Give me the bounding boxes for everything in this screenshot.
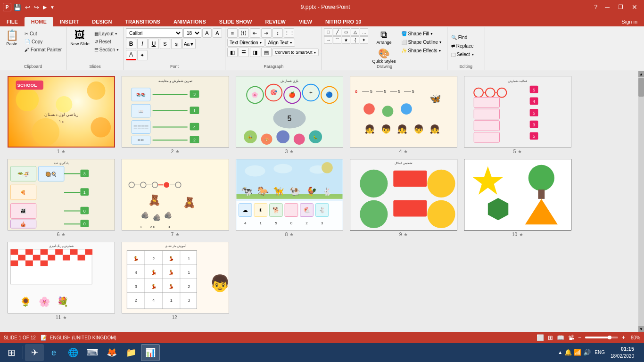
section-button[interactable]: ☰ Section ▼ [93,46,121,53]
decrease-indent-btn[interactable]: ⇤ [250,28,260,38]
increase-font-btn[interactable]: A [202,28,212,38]
decrease-font-btn[interactable]: A [213,28,222,38]
slide-thumb-5[interactable]: فعاليت شمارش 5 4 5 [464,76,571,148]
tab-nitro[interactable]: NITRO PRO 10 [319,17,368,26]
layout-button[interactable]: ▦ Layout ▼ [93,30,121,37]
vertical-scrollbar[interactable]: ▲ ▼ [638,71,644,332]
zoom-slider[interactable] [585,337,618,338]
show-hidden-icons-btn[interactable]: ▲ [558,350,562,355]
redo-btn[interactable]: ↪ [33,3,41,12]
slide-thumb-3[interactable]: بازي شمارش 🌸 🎯 🍎 + 🔵 [236,76,343,148]
taskbar-powerpoint-btn[interactable]: 📊 [141,344,160,361]
tab-transitions[interactable]: TRANSITIONS [118,17,167,26]
view-grid-btn[interactable]: ⊞ [546,333,555,342]
underline-btn[interactable]: U [149,39,159,49]
taskbar-firefox-btn[interactable]: 🦊 [102,344,121,361]
slide-thumb-2[interactable]: تمرين شمارش و مقايسه 📚📚 3 📖 1 [122,76,229,148]
new-slide-button[interactable]: 🖼 New Slide [68,28,91,47]
tab-animations[interactable]: ANIMATIONS [167,17,213,26]
strikethrough-btn[interactable]: S [160,39,170,49]
view-reading-btn[interactable]: 📖 [555,333,566,342]
line-spacing-btn[interactable]: ↕ [272,28,283,38]
shape-effects-button[interactable]: ✨ Shape Effects ▼ [399,47,444,54]
notes-btn[interactable]: 📝 [41,335,47,341]
tab-slideshow[interactable]: SLIDE SHOW [213,17,259,26]
increase-indent-btn[interactable]: ⇥ [261,28,272,38]
shape-arrow-btn[interactable]: → [324,36,332,44]
change-case-btn[interactable]: Aa▼ [182,39,196,49]
shape-curve-btn[interactable]: ⌒ [333,36,341,44]
numbering-btn[interactable]: ⑴ [239,28,249,38]
shape-star-btn[interactable]: ★ [342,36,350,44]
copy-button[interactable]: 📄 Copy [23,38,63,45]
zoom-out-btn[interactable]: − [576,333,583,342]
slide-thumb-4[interactable]: ۵ 5 5 5 5 👧 [350,76,457,148]
slide-thumb-12[interactable]: آموزش ماز عددي 💃 2 💃 [122,242,229,313]
close-btn[interactable]: ✕ [628,2,641,12]
shadow-btn[interactable]: s [171,39,182,49]
bold-btn[interactable]: B [126,39,136,49]
tray-language[interactable]: ENG [593,349,607,356]
smartart-btn[interactable]: Convert to SmartArt▼ [272,49,319,56]
view-presenter-btn[interactable]: 📽 [566,333,576,342]
bullets-btn[interactable]: ≡ [227,28,238,38]
qat-customize-btn[interactable]: ▼ [49,4,56,11]
slide-thumb-8[interactable]: 🐄 🐎 🦮 🐏 🐓 🐇 ☁ ☀ 🐕 [236,159,343,230]
align-left-btn[interactable]: ◧ [227,48,238,57]
slide-thumb-6[interactable]: يادگيري عدد 🥗🍜 🥘🍳 3 🍕 [8,159,115,230]
taskbar-browser2-btn[interactable]: 🌐 [64,344,83,361]
sign-in-link[interactable]: Sign in [615,17,644,26]
slide-thumb-10[interactable] [464,159,571,230]
tab-design[interactable]: DESIGN [85,17,118,26]
view-normal-btn[interactable]: ⬜ [535,333,546,342]
shape-curly-btn[interactable]: { [351,36,359,44]
save-btn[interactable]: 💾 [12,3,23,12]
shape-tri-btn[interactable]: △ [351,28,359,36]
italic-btn[interactable]: I [137,39,148,49]
taskbar-telegram-btn[interactable]: ✈ [25,344,44,361]
find-button[interactable]: 🔍 Find [449,34,482,41]
font-name-dropdown[interactable]: Calibri [126,28,182,38]
cut-button[interactable]: ✂ Cut [23,30,63,37]
center-btn[interactable]: ☰ [239,48,249,57]
tab-file[interactable]: FILE [0,17,25,26]
tab-home[interactable]: HOME [25,17,53,26]
reset-button[interactable]: ↺ Reset [93,38,121,45]
undo-btn[interactable]: ↩ [24,3,32,12]
taskbar-ie-btn[interactable]: e [44,344,63,361]
tab-review[interactable]: REVIEW [258,17,292,26]
arrange-button[interactable]: ⧉ Arrange [369,28,398,46]
slide-thumb-7[interactable]: 🧸 🧸 🪨 🪨 🪨 1 2 0 3 [122,159,229,230]
shape-fill-button[interactable]: 🪣 Shape Fill ▼ [399,30,444,37]
paste-button[interactable]: 📋 Paste [2,28,22,47]
restore-btn[interactable]: ❐ [614,3,627,11]
slide-thumb-11[interactable]: شمارش و رنگ آميزي [8,242,115,313]
quick-styles-button[interactable]: 🎨 Quick Styles [369,47,398,65]
shape-more-btn[interactable]: … [360,28,368,36]
shape-outline-button[interactable]: ⬜ Shape Outline ▼ [399,39,444,46]
tab-view[interactable]: VIEW [292,17,319,26]
taskbar-keyboard-btn[interactable]: ⌨ [83,344,102,361]
shape-rect-btn[interactable]: □ [324,28,332,36]
zoom-in-btn[interactable]: + [620,333,627,342]
slide-thumb-1[interactable]: SCHOOL رياضي اول دبستان ۱ ه [8,76,115,148]
presentation-btn[interactable]: ▶ [41,3,48,11]
columns-btn[interactable]: ⋮⋮ [284,28,294,38]
text-direction-btn[interactable]: Text Direction▼ [227,39,265,47]
justify-btn[interactable]: ▤ [261,48,272,57]
align-text-btn[interactable]: Align Text▼ [265,39,295,47]
shape-roundrect-btn[interactable]: ▭ [342,28,350,36]
font-size-dropdown[interactable]: 18 [183,28,201,38]
clear-formatting-btn[interactable]: ✦ [137,50,148,60]
start-button[interactable]: ⊞ [2,344,21,361]
help-btn[interactable]: ? [591,3,600,11]
replace-button[interactable]: ⇄ Replace [449,42,482,49]
font-color-btn[interactable]: A [126,50,136,60]
shape-extra-btn[interactable]: ✦ [360,36,368,44]
select-button[interactable]: ⬚ Select ▼ [449,51,482,58]
align-right-btn[interactable]: ◨ [250,48,260,57]
format-painter-button[interactable]: 🖌 Format Painter [23,46,63,53]
shape-line-btn[interactable]: ╱ [333,28,341,36]
tab-insert[interactable]: INSERT [53,17,85,26]
slide-thumb-9[interactable]: تشخيص اشكال [350,159,457,230]
